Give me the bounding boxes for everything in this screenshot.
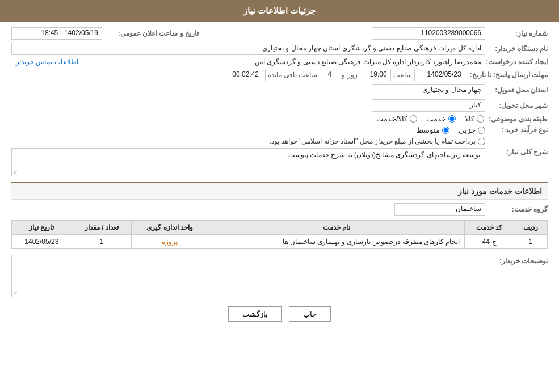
cell-name: انجام کارهای متفرقه درخصوص بازسازی و بهس… [208, 235, 465, 249]
province-label: استان محل تحویل: [485, 86, 548, 94]
purchase-radio-jozei[interactable] [478, 127, 485, 134]
category-radio-khadamat[interactable] [448, 115, 456, 123]
need-number-value: 1102003289000066 [372, 27, 485, 40]
deadline-remaining-value: 00:02:42 [226, 69, 266, 81]
deadline-days-label: روز و [339, 71, 359, 79]
purchase-type-label: نوع فرآیند خرید : [485, 126, 548, 134]
need-number-label: شماره نیاز: [485, 29, 548, 37]
deadline-remaining-label: ساعت باقی مانده [266, 71, 320, 79]
page-title: جزئیات اطلاعات نیاز [243, 6, 316, 15]
col-header-name: نام خدمت [208, 221, 465, 235]
print-button[interactable]: چاپ [289, 306, 331, 322]
table-row: 1 ج-44 انجام کارهای متفرقه درخصوص بازساز… [12, 235, 548, 249]
col-header-qty: تعداد / مقدار [72, 221, 132, 235]
category-label-kala: کالا [465, 115, 474, 123]
purchase-radio-note[interactable] [478, 138, 485, 145]
buyer-org-label: نام دستگاه خریدار: [485, 45, 548, 53]
col-header-row: ردیف [514, 221, 548, 235]
purchase-label-motavasset: متوسط [417, 126, 440, 134]
category-radio-group: کالا خدمت کالا/خدمت [376, 115, 485, 123]
category-label-khadamat: خدمت [426, 115, 446, 123]
services-table: ردیف کد خدمت نام خدمت واحد اندازه گیری ت… [11, 220, 548, 249]
service-group-label: گروه خدمت: [485, 205, 548, 213]
service-group-value: ساختمان [394, 203, 485, 216]
deadline-time-label: ساعت [391, 71, 414, 79]
col-header-date: تاریخ نیاز [12, 221, 72, 235]
cell-qty: 1 [72, 235, 132, 249]
page-header: جزئیات اطلاعات نیاز [0, 0, 559, 22]
creator-label: ایجاد کننده درخواست: [481, 58, 548, 66]
purchase-label-jozei: جزیی [459, 126, 476, 134]
buyer-org-value: اداره کل میراث فرهنگی صنایع دستی و گردشگ… [11, 43, 485, 55]
category-option-kala-khadamat[interactable]: کالا/خدمت [376, 115, 418, 123]
category-label-kala-khadamat: کالا/خدمت [376, 115, 408, 123]
category-radio-kala[interactable] [477, 115, 484, 123]
city-label: شهر محل تحویل: [485, 102, 548, 109]
buyer-desc-label: توضیحات خریدار: [485, 255, 548, 265]
purchase-type-jozei[interactable]: جزیی [459, 126, 485, 134]
col-header-code: کد خدمت [465, 221, 514, 235]
description-label: شرح کلی نیاز: [485, 148, 548, 156]
cell-date: 1402/05/23 [12, 235, 72, 249]
city-value: کیار [372, 99, 485, 112]
announcement-label: تاریخ و ساعت اعلان عمومی: [102, 29, 199, 37]
deadline-days-value: 4 [320, 69, 339, 81]
purchase-type-radio-group: جزیی متوسط [270, 126, 485, 134]
cell-code: ج-44 [465, 235, 514, 249]
deadline-time-value: 19:00 [360, 69, 391, 81]
buttons-row: چاپ بازگشت [11, 306, 548, 322]
services-section-title: اطلاعات خدمات مورد نیاز [11, 182, 548, 200]
announcement-value: 1402/05/19 - 18:45 [11, 27, 102, 40]
buyer-desc-resize: ↙ [13, 289, 18, 296]
buyer-desc-field[interactable]: ↙ [11, 255, 485, 297]
col-header-unit: واحد اندازه گیری [132, 221, 208, 235]
buyer-desc-textarea[interactable] [12, 255, 485, 295]
category-option-kala[interactable]: کالا [465, 115, 484, 123]
creator-value: محمدرضا راهنورد کاربرداز اداره کل میراث … [83, 58, 482, 66]
creator-contact-link[interactable]: اطلاعات تماس خریدار [16, 58, 78, 66]
back-button[interactable]: بازگشت [228, 306, 282, 322]
purchase-radio-motavasset[interactable] [442, 127, 449, 134]
purchase-type-note[interactable]: پرداخت تمام یا بخشی از مبلغ خریداز محل "… [270, 137, 485, 145]
province-value: چهار محال و بختیاری [372, 84, 485, 96]
deadline-label: مهلت ارسال پاسخ: تا تاریخ: [465, 71, 548, 79]
cell-unit: پروژه [132, 235, 208, 249]
purchase-type-motavasset[interactable]: متوسط [417, 126, 449, 134]
category-radio-kala-khadamat[interactable] [410, 115, 417, 123]
deadline-date-value: 1402/05/23 [414, 69, 465, 81]
description-value: توسعه زیرساختهای گردشگری مشایخ(دویلان) ب… [11, 148, 485, 176]
category-label: طبقه بندی موضوعی: [484, 115, 548, 123]
resize-handle: ↙ [13, 168, 18, 175]
cell-row: 1 [514, 235, 548, 249]
category-option-khadamat[interactable]: خدمت [426, 115, 456, 123]
purchase-note-text: پرداخت تمام یا بخشی از مبلغ خریداز محل "… [270, 137, 476, 145]
